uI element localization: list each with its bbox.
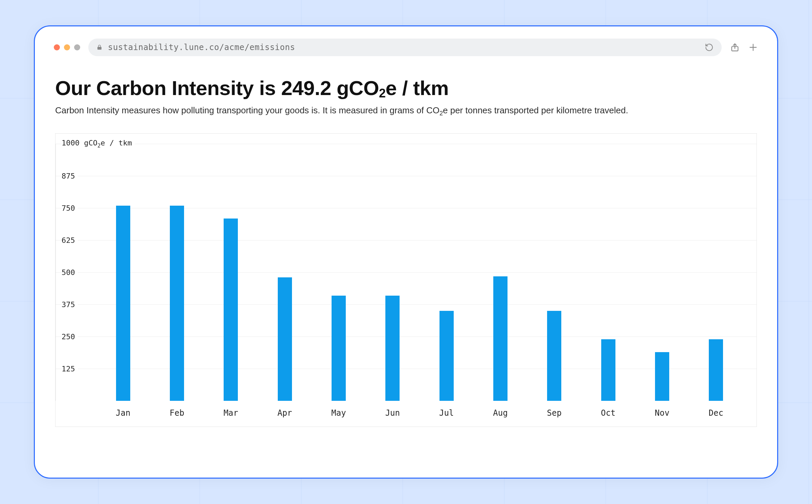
browser-window: sustainability.lune.co/acme/emissions Ou… [34, 25, 778, 479]
bar-oct[interactable] [601, 339, 615, 401]
chart-bars [96, 144, 743, 401]
x-tick-label: Jul [420, 408, 473, 418]
bar-slot [96, 144, 150, 401]
bar-mar[interactable] [224, 219, 238, 401]
bar-nov[interactable] [655, 352, 669, 401]
bar-slot [258, 144, 312, 401]
browser-chrome: sustainability.lune.co/acme/emissions [35, 26, 777, 63]
y-tick-label: 500 [62, 268, 78, 277]
bar-slot [150, 144, 204, 401]
y-tick-label: 875 [62, 172, 78, 180]
bar-sep[interactable] [547, 311, 561, 401]
x-tick-label: Sep [527, 408, 581, 418]
bar-dec[interactable] [709, 339, 723, 401]
page-subtitle: Carbon Intensity measures how polluting … [55, 105, 757, 117]
y-tick-label: 250 [62, 333, 78, 341]
y-tick-label: 625 [62, 236, 78, 245]
bar-slot [420, 144, 473, 401]
reload-icon[interactable] [705, 43, 714, 52]
x-tick-label: May [312, 408, 365, 418]
bar-jan[interactable] [116, 206, 130, 401]
bar-slot [204, 144, 258, 401]
traffic-lights [54, 44, 80, 50]
bar-slot [581, 144, 635, 401]
bar-slot [366, 144, 420, 401]
x-tick-label: Oct [581, 408, 635, 418]
maximize-window-button[interactable] [74, 44, 80, 50]
bar-slot [527, 144, 581, 401]
chart-container: 1252503755006257508751000 gCO2e / tkm Ja… [55, 133, 757, 464]
x-tick-label: Jun [366, 408, 420, 418]
bar-aug[interactable] [493, 276, 508, 401]
bar-jul[interactable] [439, 311, 454, 401]
page-title: Our Carbon Intensity is 249.2 gCO2e / tk… [55, 76, 757, 100]
chart-plot-area: 1252503755006257508751000 gCO2e / tkm [55, 134, 757, 401]
x-tick-label: Mar [204, 408, 258, 418]
share-icon[interactable] [730, 42, 740, 52]
bar-slot [312, 144, 365, 401]
new-tab-icon[interactable] [748, 42, 758, 52]
lock-icon [96, 44, 103, 51]
bar-slot [473, 144, 527, 401]
bar-jun[interactable] [385, 296, 400, 401]
bar-feb[interactable] [170, 206, 184, 401]
y-tick-label: 750 [62, 204, 78, 212]
carbon-intensity-bar-chart: 1252503755006257508751000 gCO2e / tkm Ja… [55, 133, 757, 427]
close-window-button[interactable] [54, 44, 60, 50]
x-tick-label: Aug [473, 408, 527, 418]
page-content: Our Carbon Intensity is 249.2 gCO2e / tk… [35, 63, 777, 478]
url-text: sustainability.lune.co/acme/emissions [108, 43, 699, 52]
x-tick-label: Nov [635, 408, 689, 418]
bar-apr[interactable] [278, 277, 292, 401]
x-tick-label: Feb [150, 408, 204, 418]
y-tick-label: 375 [62, 300, 78, 309]
minimize-window-button[interactable] [64, 44, 70, 50]
chart-x-axis: JanFebMarAprMayJunJulAugSepOctNovDec [55, 401, 757, 427]
y-tick-label: 125 [62, 365, 78, 373]
bar-may[interactable] [332, 296, 346, 401]
address-bar[interactable]: sustainability.lune.co/acme/emissions [88, 39, 722, 56]
x-tick-label: Jan [96, 408, 150, 418]
bar-slot [689, 144, 743, 401]
x-tick-label: Dec [689, 408, 743, 418]
x-tick-label: Apr [258, 408, 312, 418]
bar-slot [635, 144, 689, 401]
